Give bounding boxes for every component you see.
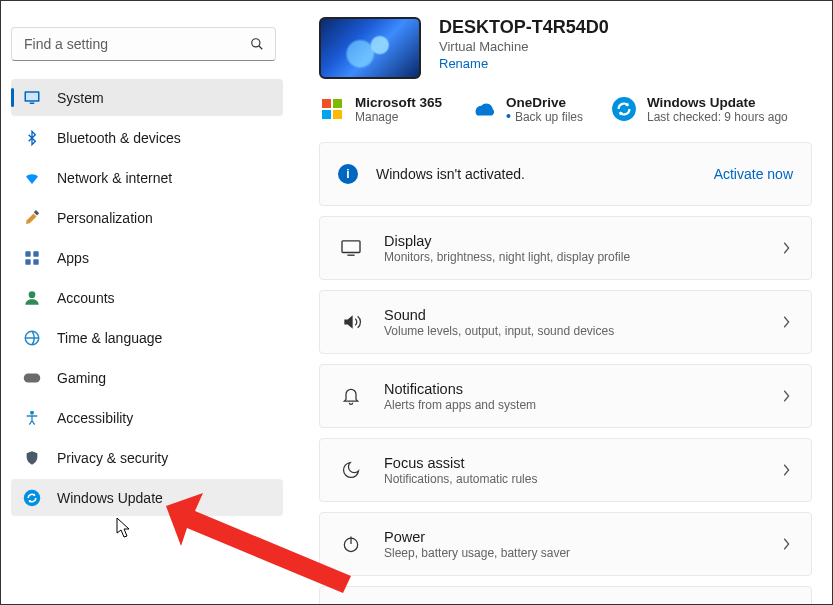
search-input[interactable] <box>11 27 276 61</box>
svg-rect-17 <box>322 110 331 119</box>
svg-point-10 <box>29 291 36 298</box>
power-icon <box>340 533 362 555</box>
panel-title: Display <box>384 233 781 249</box>
sidebar-item-label: Windows Update <box>57 490 163 506</box>
info-icon: i <box>338 164 358 184</box>
top-card-title: OneDrive <box>506 95 583 110</box>
sidebar-item-label: Bluetooth & devices <box>57 130 181 146</box>
settings-panel-sound[interactable]: SoundVolume levels, output, input, sound… <box>319 290 812 354</box>
shield-icon <box>23 449 41 467</box>
sidebar-item-accounts[interactable]: Accounts <box>11 279 283 316</box>
top-card-sub: Manage <box>355 110 442 124</box>
panel-sub: Sleep, battery usage, battery saver <box>384 546 781 560</box>
gamepad-icon <box>23 369 41 387</box>
top-card-title: Microsoft 365 <box>355 95 442 110</box>
device-type: Virtual Machine <box>439 39 812 54</box>
brush-icon <box>23 209 41 227</box>
sidebar-item-gaming[interactable]: Gaming <box>11 359 283 396</box>
sidebar-item-label: Personalization <box>57 210 153 226</box>
sidebar-item-label: Time & language <box>57 330 162 346</box>
svg-rect-4 <box>30 102 35 104</box>
settings-panel-power[interactable]: PowerSleep, battery usage, battery saver <box>319 512 812 576</box>
sidebar-item-label: Apps <box>57 250 89 266</box>
sidebar-item-bluetooth-devices[interactable]: Bluetooth & devices <box>11 119 283 156</box>
settings-panel-focus-assist[interactable]: Focus assistNotifications, automatic rul… <box>319 438 812 502</box>
chevron-right-icon <box>781 389 791 403</box>
sidebar-item-personalization[interactable]: Personalization <box>11 199 283 236</box>
sound-icon <box>340 311 362 333</box>
sidebar-item-system[interactable]: System <box>11 79 283 116</box>
svg-rect-16 <box>333 99 342 108</box>
panel-sub: Monitors, brightness, night light, displ… <box>384 250 781 264</box>
chevron-right-icon <box>781 241 791 255</box>
panel-title: Power <box>384 529 781 545</box>
svg-point-13 <box>31 411 34 414</box>
search-icon <box>250 37 264 51</box>
sidebar-item-label: Accounts <box>57 290 115 306</box>
top-card-sub: Last checked: 9 hours ago <box>647 110 788 124</box>
top-card-sub: Back up files <box>506 110 583 124</box>
top-card-windows-update[interactable]: Windows UpdateLast checked: 9 hours ago <box>611 95 788 124</box>
sidebar-item-windows-update[interactable]: Windows Update <box>11 479 283 516</box>
sidebar-item-label: Network & internet <box>57 170 172 186</box>
svg-rect-15 <box>322 99 331 108</box>
settings-panel-storage[interactable]: Storage <box>319 586 812 604</box>
apps-icon <box>23 249 41 267</box>
chevron-right-icon <box>781 315 791 329</box>
chevron-right-icon <box>781 463 791 477</box>
update-icon <box>611 96 637 122</box>
top-card-microsoft-365[interactable]: Microsoft 365Manage <box>319 95 442 124</box>
onedrive-icon <box>470 96 496 122</box>
activate-now-link[interactable]: Activate now <box>714 166 793 182</box>
settings-panel-notifications[interactable]: NotificationsAlerts from apps and system <box>319 364 812 428</box>
sidebar-item-apps[interactable]: Apps <box>11 239 283 276</box>
svg-rect-6 <box>25 251 30 256</box>
top-card-title: Windows Update <box>647 95 788 110</box>
sidebar-item-label: Privacy & security <box>57 450 168 466</box>
svg-point-0 <box>252 39 260 47</box>
person-icon <box>23 289 41 307</box>
panel-title: Sound <box>384 307 781 323</box>
display-icon <box>340 237 362 259</box>
moon-icon <box>340 459 362 481</box>
svg-point-14 <box>24 489 41 506</box>
monitor-icon <box>23 89 41 107</box>
sidebar-item-privacy-security[interactable]: Privacy & security <box>11 439 283 476</box>
panel-sub: Alerts from apps and system <box>384 398 781 412</box>
panel-title: Notifications <box>384 381 781 397</box>
svg-point-19 <box>612 97 636 121</box>
panel-sub: Notifications, automatic rules <box>384 472 781 486</box>
device-name: DESKTOP-T4R54D0 <box>439 17 812 38</box>
svg-rect-18 <box>333 110 342 119</box>
svg-rect-5 <box>34 210 39 215</box>
top-card-onedrive[interactable]: OneDriveBack up files <box>470 95 583 124</box>
svg-rect-8 <box>25 259 30 264</box>
sidebar-item-label: Gaming <box>57 370 106 386</box>
sidebar-item-network-internet[interactable]: Network & internet <box>11 159 283 196</box>
sidebar-item-time-language[interactable]: Time & language <box>11 319 283 356</box>
svg-rect-12 <box>24 373 41 382</box>
panel-title: Focus assist <box>384 455 781 471</box>
rename-link[interactable]: Rename <box>439 56 488 71</box>
svg-rect-20 <box>342 241 360 253</box>
ms365-icon <box>319 96 345 122</box>
panel-sub: Volume levels, output, input, sound devi… <box>384 324 781 338</box>
device-header: DESKTOP-T4R54D0 Virtual Machine Rename <box>319 17 812 79</box>
desktop-wallpaper-preview <box>319 17 421 79</box>
wifi-icon <box>23 169 41 187</box>
clock-globe-icon <box>23 329 41 347</box>
update-icon <box>23 489 41 507</box>
sidebar-item-label: Accessibility <box>57 410 133 426</box>
svg-rect-9 <box>33 259 38 264</box>
bluetooth-icon <box>23 129 41 147</box>
accessibility-icon <box>23 409 41 427</box>
svg-line-1 <box>259 46 263 50</box>
activation-text: Windows isn't activated. <box>376 166 714 182</box>
search-wrapper <box>11 27 276 61</box>
settings-panel-display[interactable]: DisplayMonitors, brightness, night light… <box>319 216 812 280</box>
bell-icon <box>340 385 362 407</box>
sidebar-item-accessibility[interactable]: Accessibility <box>11 399 283 436</box>
svg-rect-3 <box>26 92 38 100</box>
activation-banner: iWindows isn't activated.Activate now <box>319 142 812 206</box>
chevron-right-icon <box>781 537 791 551</box>
